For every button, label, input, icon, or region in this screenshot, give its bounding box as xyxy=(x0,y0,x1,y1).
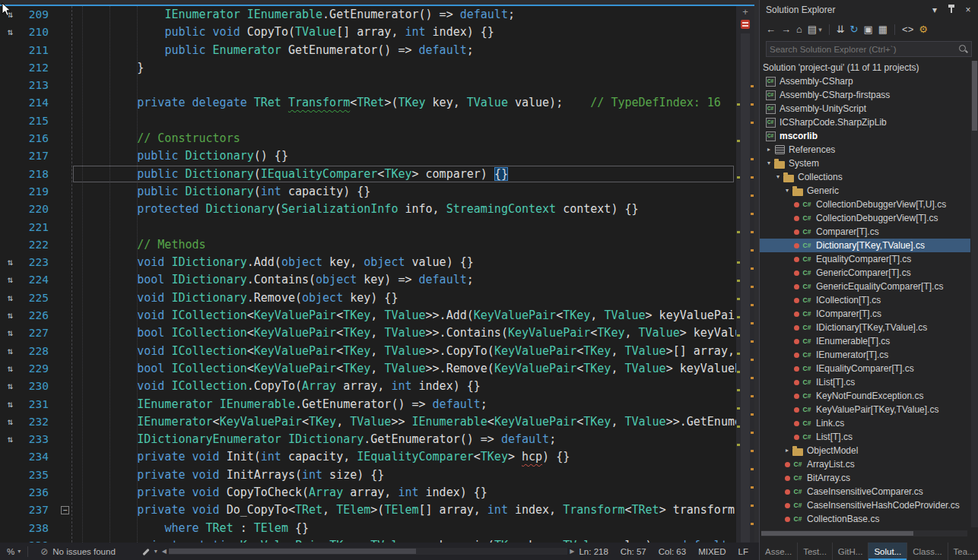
implements-icon[interactable]: ⇅ xyxy=(0,378,20,395)
code-line[interactable]: ⇅233 IDictionaryEnumerator IDictionary.G… xyxy=(0,431,736,448)
code-line[interactable]: 234 private void Init(int capacity, IEqu… xyxy=(0,448,736,466)
preview-icon[interactable]: ▣ xyxy=(864,24,873,36)
tree-item[interactable]: ▸References xyxy=(760,143,970,157)
document-health-icon[interactable] xyxy=(741,20,750,29)
status-item[interactable]: LF xyxy=(738,547,748,556)
implements-icon[interactable]: ⇅ xyxy=(0,24,20,41)
panel-tab[interactable]: Class... xyxy=(907,543,948,560)
scrollbar-thumb[interactable] xyxy=(761,531,913,536)
implements-icon[interactable]: ⇅ xyxy=(0,271,20,289)
code-line[interactable]: ⇅223 void IDictionary.Add(object key, ob… xyxy=(0,254,736,271)
tree-item[interactable]: C#GenericComparer[T].cs xyxy=(760,266,970,280)
scrollbar-track[interactable] xyxy=(741,33,750,543)
code-editor[interactable]: ⇅209 IEnumerator IEnumerable.GetEnumerat… xyxy=(0,6,754,543)
implements-icon[interactable]: ⇅ xyxy=(0,396,20,413)
edit-mode-control[interactable]: ▾ xyxy=(141,547,157,556)
sync-active-document-icon[interactable]: ↻ xyxy=(850,24,859,36)
tree-item[interactable]: C#Comparer[T].cs xyxy=(760,225,970,239)
splitter-grip-icon[interactable]: + xyxy=(736,6,754,18)
code-line[interactable]: 235 private void InitArrays(int size) {} xyxy=(0,467,736,484)
views-icon[interactable]: ▤ xyxy=(808,24,817,36)
tree-item[interactable]: C#CollectionBase.cs xyxy=(760,512,970,526)
code-line[interactable]: ⇅228 void ICollection<KeyValuePair<TKey,… xyxy=(0,343,736,360)
expander-icon[interactable]: ▾ xyxy=(783,184,792,198)
implements-icon[interactable]: ⇅ xyxy=(0,413,20,431)
status-item[interactable]: Ln: 218 xyxy=(579,547,608,556)
tree-item[interactable]: C#Assembly-CSharp-firstpass xyxy=(760,88,970,102)
scroll-right-icon[interactable]: ▶ xyxy=(570,548,574,555)
tree-item[interactable]: C#EqualityComparer[T].cs xyxy=(760,252,970,266)
tree-item[interactable]: C#ICollection[T].cs xyxy=(760,293,970,307)
fold-marker[interactable]: − xyxy=(61,506,69,514)
implements-icon[interactable]: ⇅ xyxy=(0,254,20,271)
panel-tab[interactable]: Asse... xyxy=(760,543,798,560)
pin-icon[interactable] xyxy=(946,5,957,16)
code-line[interactable]: 213 xyxy=(0,77,736,94)
code-line[interactable]: ⇅227 bool ICollection<KeyValuePair<TKey,… xyxy=(0,324,736,342)
scrollbar-thumb[interactable] xyxy=(169,549,416,554)
views-caret-icon[interactable]: ▾ xyxy=(818,24,822,36)
implements-icon[interactable]: ⇅ xyxy=(0,360,20,378)
tree-item[interactable]: C#CaseInsensitiveComparer.cs xyxy=(760,485,970,498)
code-line[interactable]: 220 protected Dictionary(SerializationIn… xyxy=(0,201,736,218)
code-line[interactable]: ⇅210 public void CopyTo(TValue[] array, … xyxy=(0,24,736,41)
tree-item[interactable]: C#Link.cs xyxy=(760,416,970,430)
implements-icon[interactable]: ⇅ xyxy=(0,289,20,307)
tree-item[interactable]: C#CollectionDebuggerView[T,U].cs xyxy=(760,198,970,211)
implements-icon[interactable]: ⇅ xyxy=(0,431,20,448)
tree-horizontal-scrollbar[interactable] xyxy=(761,530,967,536)
editor-scrollbar[interactable]: + xyxy=(736,6,754,543)
tree-item[interactable]: C#Assembly-CSharp xyxy=(760,74,970,88)
panel-tab[interactable]: GitH... xyxy=(833,543,869,560)
tree-item[interactable]: ▸ObjectModel xyxy=(760,444,970,457)
tree-item[interactable]: C#BitArray.cs xyxy=(760,471,970,485)
code-line[interactable]: 222 // Methods xyxy=(0,236,736,254)
implements-icon[interactable]: ⇅ xyxy=(0,307,20,324)
status-item[interactable]: MIXED xyxy=(698,547,726,556)
issues-indicator[interactable]: ⊘ No issues found xyxy=(40,546,116,557)
chevron-down-icon[interactable]: ▾ xyxy=(929,5,940,15)
code-line[interactable]: 218 public Dictionary(IEqualityComparer<… xyxy=(0,166,736,183)
tree-item[interactable]: C#List[T].cs xyxy=(760,430,970,444)
editor-horizontal-scrollbar[interactable]: ◀ ▶ xyxy=(162,548,575,555)
tree-item[interactable]: C#CaseInsensitiveHashCodeProvider.cs xyxy=(760,498,970,512)
tree-item[interactable]: C#IComparer[T].cs xyxy=(760,307,970,321)
code-line[interactable]: 217 public Dictionary() {} xyxy=(0,147,736,165)
panel-tab[interactable]: Test... xyxy=(798,543,833,560)
expander-icon[interactable]: ▸ xyxy=(764,143,773,157)
scrollbar-thumb[interactable] xyxy=(972,61,977,131)
search-icon[interactable] xyxy=(958,44,968,54)
code-line[interactable]: ⇅229 bool ICollection<KeyValuePair<TKey,… xyxy=(0,360,736,378)
zoom-control[interactable]: % ▾ xyxy=(0,547,27,556)
scrollbar-track[interactable] xyxy=(169,548,567,555)
tree-item[interactable]: C#KeyNotFoundException.cs xyxy=(760,389,970,403)
tree-item[interactable]: ▾Collections xyxy=(760,170,970,184)
scroll-left-icon[interactable]: ◀ xyxy=(162,548,167,555)
expander-icon[interactable]: ▾ xyxy=(773,170,783,184)
home-icon[interactable]: ⌂ xyxy=(796,24,802,36)
forward-icon[interactable]: → xyxy=(781,24,791,36)
code-line[interactable]: ⇅225 void IDictionary.Remove(object key)… xyxy=(0,289,736,307)
tree-item[interactable]: C#ICSharpCode.SharpZipLib xyxy=(760,115,970,129)
tree-vertical-scrollbar[interactable] xyxy=(971,61,978,527)
tree-item[interactable]: C#KeyValuePair[TKey,TValue].cs xyxy=(760,403,970,416)
code-line[interactable]: 216 // Constructors xyxy=(0,130,736,147)
code-line[interactable]: 219 public Dictionary(int capacity) {} xyxy=(0,183,736,201)
tree-item[interactable]: ▾Generic xyxy=(760,184,970,198)
expander-icon[interactable]: ▸ xyxy=(783,444,792,457)
properties-icon[interactable]: ⚙ xyxy=(919,24,928,36)
code-line[interactable]: 214 private delegate TRet Transform<TRet… xyxy=(0,94,736,112)
code-line[interactable]: ⇅231 IEnumerator IEnumerable.GetEnumerat… xyxy=(0,396,736,413)
collapse-all-icon[interactable]: ⇊ xyxy=(837,24,845,36)
tree-item[interactable]: ▾System xyxy=(760,157,970,170)
tree-item[interactable]: C#ArrayList.cs xyxy=(760,457,970,471)
code-line[interactable]: 238 where TRet : TElem {} xyxy=(0,520,736,537)
code-line[interactable]: ⇅209 IEnumerator IEnumerable.GetEnumerat… xyxy=(0,6,736,24)
panel-tab[interactable]: Tea... xyxy=(948,543,978,560)
panel-tab[interactable]: Solut... xyxy=(868,543,907,560)
code-view-icon[interactable]: <> xyxy=(902,24,913,36)
tree-item[interactable]: C#Dictionary[TKey,TValue].cs xyxy=(760,239,970,252)
tree-item[interactable]: C#CollectionDebuggerView[T].cs xyxy=(760,211,970,225)
tree-item[interactable]: C#IEqualityComparer[T].cs xyxy=(760,362,970,375)
code-line[interactable]: ⇅232 IEnumerator<KeyValuePair<TKey, TVal… xyxy=(0,413,736,431)
